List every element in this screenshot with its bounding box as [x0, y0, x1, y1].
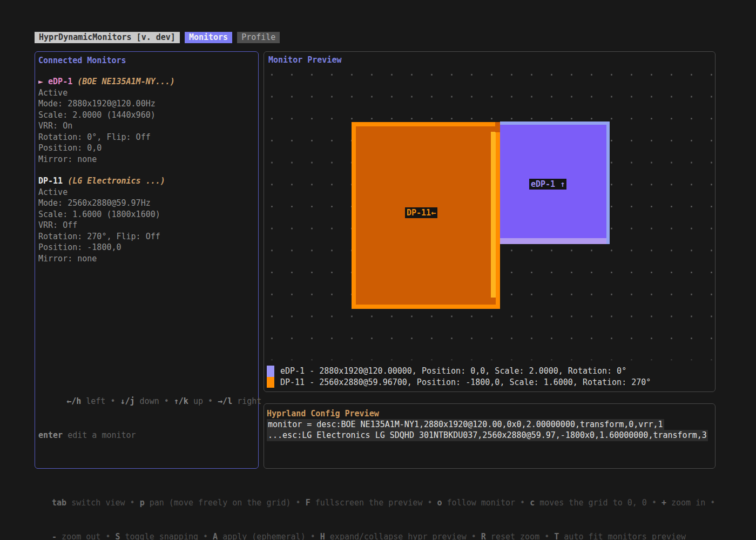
dp11-label: DP-11←	[405, 207, 437, 218]
hint-key: enter	[38, 430, 63, 440]
help-item: tab switch view •	[52, 498, 140, 508]
enter-hint-line: enter edit a monitor	[38, 430, 261, 441]
help-separator: •	[291, 498, 306, 508]
help-item: o follow monitor •	[437, 498, 530, 508]
monitor-detail-line: Rotation: 0°, Flip: Off	[38, 132, 255, 143]
monitor-preview-panel: Monitor Preview Virtual Area: 5184x5184 …	[264, 51, 716, 392]
help-key: +	[662, 498, 666, 508]
monitor-detail-line: Position: 0,0	[38, 143, 255, 154]
dp11-corner-notch	[495, 122, 500, 132]
legend-row: eDP-1 - 2880x1920@120.00000, Position: 0…	[267, 366, 651, 377]
help-item: S toggle snapping •	[115, 532, 213, 540]
hint-desc: right	[232, 396, 261, 406]
help-item: + zoom in •	[662, 498, 715, 508]
help-key: c	[530, 498, 535, 508]
config-line: ...esc:LG Electronics LG SDQHD 301NTBKDU…	[267, 430, 708, 441]
preview-monitor-dp11[interactable]: DP-11←	[352, 122, 500, 309]
edp1-bottom-edge-indicator	[500, 238, 606, 244]
monitor-detail-line: VRR: Off	[38, 220, 255, 231]
hint-key: ←/h	[66, 396, 81, 406]
monitor-detail-line: Mode: 2880x1920@120.00Hz	[38, 98, 255, 110]
help-desc: reset zoom	[486, 532, 539, 540]
connected-monitors-title: Connected Monitors	[38, 56, 255, 65]
help-desc: apply (ephemeral)	[218, 532, 306, 540]
hint-key: ↑/k	[174, 396, 188, 406]
app-title-tab: HyprDynamicMonitors [v. dev]	[35, 32, 180, 43]
help-desc: moves the grid to 0, 0	[535, 498, 647, 508]
monitor-description: (BOE NE135A1M-NY...)	[72, 77, 175, 86]
selected-marker-icon: ►	[38, 77, 48, 86]
tab-profile[interactable]: Profile	[237, 32, 280, 43]
tab-monitors[interactable]: Monitors	[185, 32, 232, 43]
help-separator: •	[422, 498, 437, 508]
legend-row: DP-11 - 2560x2880@59.96700, Position: -1…	[267, 377, 651, 388]
help-key: A	[213, 532, 218, 540]
monitor-detail-line: Scale: 2.0000 (1440x960)	[38, 110, 255, 121]
help-key: H	[320, 532, 325, 540]
help-desc: expand/collapse hypr preview	[325, 532, 467, 540]
monitor-detail-line: VRR: On	[38, 120, 255, 132]
help-key: R	[481, 532, 486, 540]
tab-bar: HyprDynamicMonitors [v. dev] Monitors Pr…	[35, 32, 280, 43]
monitor-name: eDP-1	[48, 77, 72, 86]
help-item: H expand/collapse hypr preview •	[320, 532, 481, 540]
help-key: S	[115, 532, 120, 540]
monitor-detail-list: ActiveMode: 2560x2880@59.97HzScale: 1.60…	[38, 187, 255, 265]
legend-text: DP-11 - 2560x2880@59.96700, Position: -1…	[280, 377, 651, 388]
hint-desc: left	[81, 396, 105, 406]
config-lines: monitor = desc:BOE NE135A1M-NY1,2880x192…	[267, 419, 712, 441]
help-item: T auto fit monitors preview	[554, 532, 686, 540]
help-desc: zoom out	[57, 532, 100, 540]
legend-text: eDP-1 - 2880x1920@120.00000, Position: 0…	[280, 366, 626, 377]
help-desc: pan (move freely on the grid)	[145, 498, 291, 508]
nav-hints-line: ←/h left • ↓/j down • ↑/k up • →/l right	[38, 373, 261, 407]
hint-separator: •	[159, 396, 174, 406]
monitor-detail-line: Position: -1800,0	[38, 242, 255, 253]
help-separator: •	[515, 498, 530, 508]
monitor-detail-line: Active	[38, 87, 255, 99]
help-item: F fullscreen the preview •	[306, 498, 437, 508]
monitor-detail-line: Scale: 1.6000 (1800x1600)	[38, 209, 255, 220]
legend-color-swatch	[267, 377, 274, 388]
monitor-detail-list: ActiveMode: 2880x1920@120.00HzScale: 2.0…	[38, 87, 255, 165]
monitor-card-edp1[interactable]: ► eDP-1 (BOE NE135A1M-NY...) ActiveMode:…	[38, 76, 255, 165]
help-key: o	[437, 498, 442, 508]
hint-key: →/l	[218, 396, 232, 406]
monitor-detail-line: Rotation: 270°, Flip: Off	[38, 231, 255, 242]
help-item: c moves the grid to 0, 0 •	[530, 498, 662, 508]
help-key: F	[306, 498, 310, 508]
help-item: p pan (move freely on the grid) •	[140, 498, 306, 508]
config-line: monitor = desc:BOE NE135A1M-NY1,2880x192…	[267, 419, 664, 430]
nav-hint: ←/h left •	[66, 396, 120, 406]
monitor-detail-line: Active	[38, 187, 255, 198]
nav-hint: ↑/k up •	[174, 396, 218, 406]
help-separator: •	[705, 498, 715, 508]
help-separator: •	[539, 532, 554, 540]
monitor-card-header: ► eDP-1 (BOE NE135A1M-NY...)	[38, 76, 255, 87]
monitor-detail-line: Mode: 2560x2880@59.97Hz	[38, 198, 255, 209]
help-separator: •	[100, 532, 115, 540]
help-key: tab	[52, 498, 66, 508]
hint-key: ↓/j	[120, 396, 134, 406]
hint-separator: •	[203, 396, 218, 406]
help-desc: switch view	[66, 498, 125, 508]
monitor-detail-line: Mirror: none	[38, 154, 255, 165]
legend-color-swatch	[267, 366, 274, 377]
connected-monitors-panel: Connected Monitors ► eDP-1 (BOE NE135A1M…	[35, 51, 259, 469]
preview-monitor-edp1[interactable]: eDP-1 ↑	[500, 122, 610, 244]
help-desc: auto fit monitors preview	[559, 532, 686, 540]
hint-separator: •	[105, 396, 120, 406]
help-key: -	[52, 532, 57, 540]
preview-legend: eDP-1 - 2880x1920@120.00000, Position: 0…	[267, 366, 651, 388]
edp1-label: eDP-1 ↑	[529, 179, 566, 190]
help-desc: zoom in	[666, 498, 705, 508]
hint-desc: up	[188, 396, 203, 406]
help-desc: follow monitor	[442, 498, 515, 508]
monitor-card-dp11[interactable]: DP-11 (LG Electronics ...) ActiveMode: 2…	[38, 176, 255, 264]
help-key: p	[140, 498, 145, 508]
hyprland-config-panel: Hyprland Config Preview monitor = desc:B…	[264, 403, 716, 469]
monitor-card-header: DP-11 (LG Electronics ...)	[38, 176, 255, 187]
dp11-right-edge-indicator	[491, 132, 496, 298]
help-key: T	[554, 532, 559, 540]
help-separator: •	[467, 532, 481, 540]
